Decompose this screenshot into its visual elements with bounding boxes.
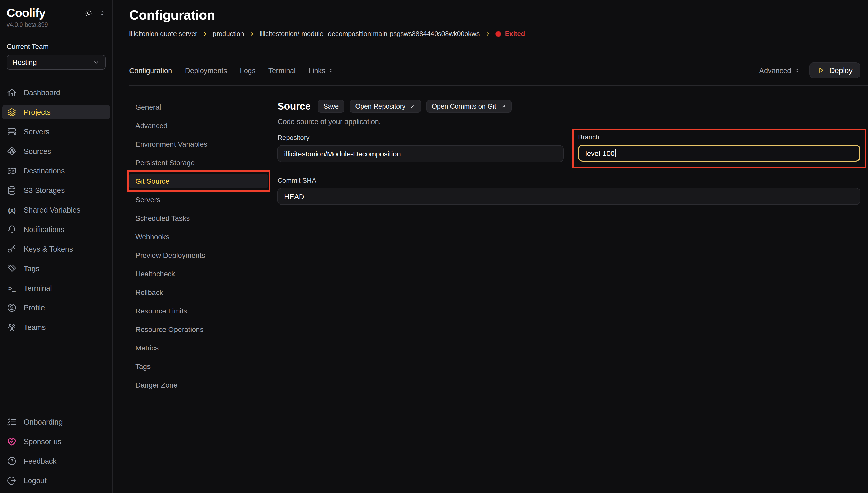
- tab-deployments[interactable]: Deployments: [185, 66, 227, 74]
- status-dot: [495, 30, 501, 37]
- tabs: Configuration Deployments Logs Terminal …: [129, 66, 334, 74]
- subnav-item-general[interactable]: General: [129, 100, 268, 114]
- subnav-item-resource-operations[interactable]: Resource Operations: [129, 322, 268, 337]
- page-title: Configuration: [129, 7, 860, 23]
- coolify-logo: Coolify: [7, 6, 45, 20]
- sidebar-item-destinations[interactable]: Destinations: [2, 164, 110, 178]
- subnav-item-danger-zone[interactable]: Danger Zone: [129, 378, 268, 392]
- status-text: Exited: [505, 30, 525, 38]
- sidebar: Coolify v4.0.0-beta.399 Current Team Hos…: [0, 0, 113, 493]
- logout-icon: [7, 475, 17, 486]
- subnav-item-preview-deployments[interactable]: Preview Deployments: [129, 248, 268, 262]
- subnav-item-rollback[interactable]: Rollback: [129, 285, 268, 300]
- tab-logs[interactable]: Logs: [240, 66, 256, 74]
- sidebar-item-projects[interactable]: Projects: [2, 105, 110, 120]
- sidebar-nav: Dashboard Projects Servers Sources Desti…: [0, 85, 112, 335]
- team-label: Current Team: [0, 43, 112, 50]
- help-circle-icon: [7, 456, 17, 466]
- sidebar-item-servers[interactable]: Servers: [2, 125, 110, 139]
- sun-icon[interactable]: [84, 9, 93, 18]
- repository-label: Repository: [277, 134, 564, 142]
- checklist-icon: [7, 417, 17, 427]
- commit-sha-field: Commit SHA HEAD: [277, 176, 860, 205]
- advanced-dropdown[interactable]: Advanced: [759, 66, 800, 74]
- version-text: v4.0.0-beta.399: [0, 22, 112, 28]
- sidebar-item-keys-tokens[interactable]: Keys & Tokens: [2, 242, 110, 256]
- sidebar-item-terminal[interactable]: >_ Terminal: [2, 281, 110, 295]
- source-header: Source Save Open Repository Open Commits…: [277, 100, 860, 113]
- play-icon: [817, 66, 825, 74]
- tag-icon: [7, 263, 17, 274]
- breadcrumb-item-environment[interactable]: production: [213, 30, 244, 38]
- external-link-icon: [500, 103, 506, 109]
- tab-terminal[interactable]: Terminal: [269, 66, 296, 74]
- chevron-updown-icon[interactable]: [99, 10, 106, 17]
- source-heading: Source: [277, 101, 311, 112]
- status-badge: Exited: [495, 30, 525, 38]
- sidebar-item-feedback[interactable]: Feedback: [2, 454, 110, 468]
- breadcrumb: illicitonion quote server production ill…: [129, 30, 860, 38]
- chevron-right-icon: [484, 30, 490, 37]
- repository-input[interactable]: illicitestonion/Module-Decomposition: [277, 145, 564, 162]
- repository-field: Repository illicitestonion/Module-Decomp…: [277, 134, 564, 162]
- deploy-button[interactable]: Deploy: [809, 62, 860, 78]
- heart-icon: [7, 436, 17, 447]
- save-button[interactable]: Save: [318, 100, 344, 113]
- sidebar-item-shared-variables[interactable]: (x) Shared Variables: [2, 203, 110, 217]
- sidebar-item-sponsor-us[interactable]: Sponsor us: [2, 434, 110, 449]
- layers-icon: [7, 107, 17, 117]
- team-select-value: Hosting: [12, 58, 37, 66]
- toolbar-right: Advanced Deploy: [759, 62, 860, 78]
- sidebar-item-profile[interactable]: Profile: [2, 301, 110, 315]
- subnav-item-persistent-storage[interactable]: Persistent Storage: [129, 155, 268, 170]
- key-icon: [7, 244, 17, 254]
- subnav-item-scheduled-tasks[interactable]: Scheduled Tasks: [129, 211, 268, 226]
- branch-annotation-box: Branch level-100: [572, 129, 866, 168]
- tabs-row: Configuration Deployments Logs Terminal …: [129, 62, 860, 78]
- subnav-item-healthcheck[interactable]: Healthcheck: [129, 266, 268, 281]
- content: General Advanced Environment Variables P…: [129, 100, 860, 493]
- branch-label: Branch: [578, 133, 860, 141]
- sidebar-item-logout[interactable]: Logout: [2, 473, 110, 488]
- breadcrumb-item-project[interactable]: illicitonion quote server: [129, 30, 197, 38]
- map-icon: [7, 166, 17, 176]
- source-description: Code source of your application.: [277, 117, 860, 126]
- external-link-icon: [409, 103, 415, 109]
- subnav-item-tags[interactable]: Tags: [129, 359, 268, 373]
- git-source-icon: [7, 146, 17, 156]
- sidebar-item-onboarding[interactable]: Onboarding: [2, 415, 110, 429]
- sidebar-item-s3-storages[interactable]: S3 Storages: [2, 183, 110, 198]
- chevron-updown-icon: [328, 67, 334, 73]
- branch-input[interactable]: level-100: [578, 145, 860, 162]
- subnav-item-webhooks[interactable]: Webhooks: [129, 230, 268, 244]
- terminal-icon: >_: [7, 284, 17, 292]
- commit-sha-label: Commit SHA: [277, 176, 860, 184]
- subnav-item-resource-limits[interactable]: Resource Limits: [129, 304, 268, 318]
- chevron-right-icon: [249, 30, 255, 37]
- breadcrumb-item-application[interactable]: illicitestonion/-module--decomposition:m…: [259, 30, 480, 38]
- database-icon: [7, 185, 17, 196]
- team-select[interactable]: Hosting: [7, 55, 106, 70]
- variables-icon: (x): [7, 206, 17, 214]
- branch-field: Branch level-100: [578, 133, 860, 162]
- tab-configuration[interactable]: Configuration: [129, 66, 172, 74]
- subnav-item-git-source[interactable]: Git Source: [129, 174, 268, 188]
- subnav-item-servers[interactable]: Servers: [129, 192, 268, 207]
- subnav-item-environment-variables[interactable]: Environment Variables: [129, 137, 268, 151]
- sidebar-item-sources[interactable]: Sources: [2, 144, 110, 158]
- profile-icon: [7, 303, 17, 313]
- config-subnav: General Advanced Environment Variables P…: [129, 100, 268, 392]
- sidebar-item-notifications[interactable]: Notifications: [2, 222, 110, 237]
- open-repository-button[interactable]: Open Repository: [350, 100, 421, 113]
- git-source-panel: Source Save Open Repository Open Commits…: [277, 100, 860, 205]
- tab-links[interactable]: Links: [309, 66, 334, 74]
- commit-sha-input[interactable]: HEAD: [277, 188, 860, 205]
- bell-icon: [7, 224, 17, 235]
- open-commits-button[interactable]: Open Commits on Git: [426, 100, 511, 113]
- sidebar-item-tags[interactable]: Tags: [2, 261, 110, 276]
- subnav-item-advanced[interactable]: Advanced: [129, 119, 268, 133]
- sidebar-item-teams[interactable]: Teams: [2, 320, 110, 335]
- coolify-app: Coolify v4.0.0-beta.399 Current Team Hos…: [0, 0, 868, 493]
- subnav-item-metrics[interactable]: Metrics: [129, 341, 268, 355]
- sidebar-item-dashboard[interactable]: Dashboard: [2, 85, 110, 100]
